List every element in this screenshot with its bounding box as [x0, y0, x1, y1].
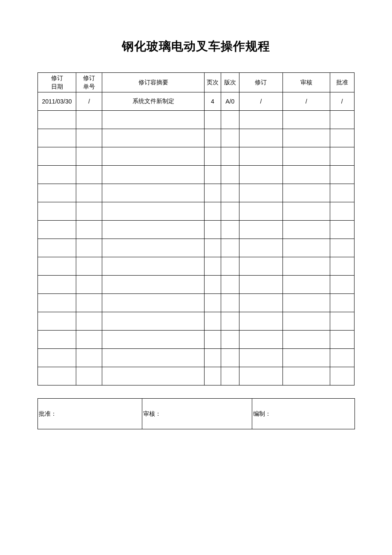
cell-audit	[283, 239, 330, 257]
cell-version	[221, 184, 239, 202]
cell-page	[204, 331, 221, 349]
table-row	[38, 202, 355, 221]
cell-version	[221, 367, 239, 385]
cell-date: 2011/03/30	[38, 92, 76, 111]
cell-revision	[239, 221, 282, 239]
cell-order: /	[76, 92, 102, 111]
cell-revision	[239, 276, 282, 294]
cell-audit	[283, 111, 330, 129]
cell-version	[221, 349, 239, 367]
cell-date	[38, 147, 76, 166]
cell-page: 4	[204, 92, 221, 111]
cell-summary	[102, 349, 204, 367]
signoff-table: 批准： 审核： 编制：	[37, 398, 355, 429]
cell-order	[76, 166, 102, 184]
cell-approve	[330, 276, 354, 294]
cell-audit	[283, 294, 330, 312]
cell-version	[221, 221, 239, 239]
cell-order	[76, 276, 102, 294]
cell-date	[38, 257, 76, 276]
header-page: 页次	[204, 73, 221, 92]
cell-summary	[102, 294, 204, 312]
cell-approve	[330, 129, 354, 147]
table-row	[38, 239, 355, 257]
table-header-row: 修订 日期 修订 单号 修订容摘要 页次 版次 修订 审核 批准	[38, 73, 355, 92]
cell-order	[76, 147, 102, 166]
cell-revision	[239, 129, 282, 147]
cell-approve	[330, 166, 354, 184]
table-row	[38, 367, 355, 385]
cell-version	[221, 166, 239, 184]
cell-version	[221, 276, 239, 294]
header-revision: 修订	[239, 73, 282, 92]
header-order: 修订 单号	[76, 73, 102, 92]
signoff-audit: 审核：	[142, 399, 252, 429]
cell-page	[204, 239, 221, 257]
cell-order	[76, 221, 102, 239]
cell-audit	[283, 312, 330, 331]
cell-approve	[330, 221, 354, 239]
cell-summary	[102, 221, 204, 239]
cell-approve	[330, 349, 354, 367]
cell-revision	[239, 147, 282, 166]
table-row	[38, 221, 355, 239]
table-row: 2011/03/30/系统文件新制定4A/0///	[38, 92, 355, 111]
cell-summary: 系统文件新制定	[102, 92, 204, 111]
table-row	[38, 276, 355, 294]
cell-audit	[283, 349, 330, 367]
table-row	[38, 184, 355, 202]
cell-version	[221, 111, 239, 129]
cell-summary	[102, 367, 204, 385]
cell-page	[204, 202, 221, 221]
cell-revision	[239, 331, 282, 349]
cell-approve	[330, 331, 354, 349]
cell-page	[204, 349, 221, 367]
table-row	[38, 111, 355, 129]
cell-date	[38, 166, 76, 184]
cell-revision	[239, 202, 282, 221]
cell-date	[38, 349, 76, 367]
header-audit: 审核	[283, 73, 330, 92]
cell-order	[76, 312, 102, 331]
table-row	[38, 331, 355, 349]
table-row	[38, 294, 355, 312]
cell-page	[204, 147, 221, 166]
cell-page	[204, 294, 221, 312]
cell-page	[204, 129, 221, 147]
cell-order	[76, 257, 102, 276]
cell-revision	[239, 257, 282, 276]
cell-audit	[283, 166, 330, 184]
cell-date	[38, 129, 76, 147]
signoff-compile: 编制：	[252, 399, 355, 429]
cell-revision	[239, 367, 282, 385]
cell-revision: /	[239, 92, 282, 111]
cell-audit	[283, 202, 330, 221]
signoff-approve: 批准：	[38, 399, 142, 429]
cell-date	[38, 276, 76, 294]
cell-revision	[239, 349, 282, 367]
cell-audit: /	[283, 92, 330, 111]
cell-date	[38, 331, 76, 349]
cell-audit	[283, 129, 330, 147]
cell-approve	[330, 184, 354, 202]
table-row	[38, 257, 355, 276]
cell-order	[76, 184, 102, 202]
cell-summary	[102, 276, 204, 294]
cell-audit	[283, 257, 330, 276]
cell-version	[221, 294, 239, 312]
cell-version: A/0	[221, 92, 239, 111]
cell-summary	[102, 331, 204, 349]
header-approve: 批准	[330, 73, 354, 92]
cell-page	[204, 257, 221, 276]
cell-audit	[283, 367, 330, 385]
table-row	[38, 166, 355, 184]
cell-order	[76, 111, 102, 129]
cell-summary	[102, 312, 204, 331]
cell-date	[38, 202, 76, 221]
cell-page	[204, 367, 221, 385]
cell-approve	[330, 257, 354, 276]
cell-audit	[283, 184, 330, 202]
cell-date	[38, 294, 76, 312]
cell-page	[204, 111, 221, 129]
cell-page	[204, 184, 221, 202]
